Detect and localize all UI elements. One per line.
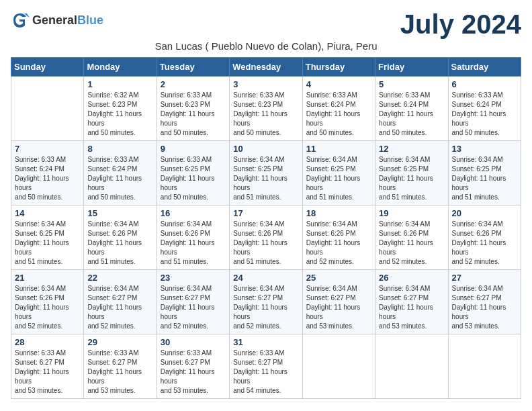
weekday-tuesday: Tuesday: [157, 58, 229, 77]
day-number: 31: [233, 337, 298, 347]
day-number: 9: [161, 144, 226, 154]
day-info: Sunrise: 6:33 AMSunset: 6:24 PMDaylight:…: [306, 91, 371, 138]
day-number: 24: [233, 273, 298, 283]
day-info: Sunrise: 6:34 AMSunset: 6:26 PMDaylight:…: [452, 220, 517, 267]
day-info: Sunrise: 6:34 AMSunset: 6:26 PMDaylight:…: [87, 220, 152, 267]
day-info: Sunrise: 6:33 AMSunset: 6:27 PMDaylight:…: [87, 349, 152, 396]
day-info: Sunrise: 6:34 AMSunset: 6:26 PMDaylight:…: [15, 284, 80, 331]
week-row-2: 7Sunrise: 6:33 AMSunset: 6:24 PMDaylight…: [11, 141, 521, 205]
day-number: 13: [452, 144, 517, 154]
calendar-cell: 29Sunrise: 6:33 AMSunset: 6:27 PMDayligh…: [84, 334, 157, 399]
month-title: July 2024: [400, 11, 521, 38]
week-row-4: 21Sunrise: 6:34 AMSunset: 6:26 PMDayligh…: [11, 270, 521, 334]
day-info: Sunrise: 6:33 AMSunset: 6:24 PMDaylight:…: [452, 91, 517, 138]
day-number: 16: [161, 208, 226, 218]
weekday-saturday: Saturday: [448, 58, 521, 77]
day-number: 27: [452, 273, 517, 283]
logo: GeneralBlue: [11, 11, 103, 30]
day-number: 1: [87, 79, 152, 89]
calendar-cell: 7Sunrise: 6:33 AMSunset: 6:24 PMDaylight…: [11, 141, 84, 205]
calendar-cell: 18Sunrise: 6:34 AMSunset: 6:26 PMDayligh…: [302, 205, 375, 270]
calendar-cell: 9Sunrise: 6:33 AMSunset: 6:25 PMDaylight…: [157, 141, 229, 205]
day-number: 30: [161, 337, 226, 347]
calendar-cell: [302, 334, 375, 399]
day-info: Sunrise: 6:34 AMSunset: 6:27 PMDaylight:…: [452, 284, 517, 331]
logo-icon: [11, 11, 30, 30]
day-number: 12: [379, 144, 444, 154]
weekday-friday: Friday: [375, 58, 448, 77]
day-number: 22: [87, 273, 152, 283]
day-number: 21: [15, 273, 80, 283]
calendar-cell: 24Sunrise: 6:34 AMSunset: 6:27 PMDayligh…: [230, 270, 302, 334]
day-number: 29: [87, 337, 152, 347]
calendar-cell: 12Sunrise: 6:34 AMSunset: 6:25 PMDayligh…: [375, 141, 448, 205]
weekday-monday: Monday: [84, 58, 157, 77]
weekday-thursday: Thursday: [302, 58, 375, 77]
week-row-3: 14Sunrise: 6:34 AMSunset: 6:25 PMDayligh…: [11, 205, 521, 270]
day-info: Sunrise: 6:34 AMSunset: 6:27 PMDaylight:…: [306, 284, 371, 331]
day-info: Sunrise: 6:34 AMSunset: 6:25 PMDaylight:…: [306, 155, 371, 202]
calendar-cell: 21Sunrise: 6:34 AMSunset: 6:26 PMDayligh…: [11, 270, 84, 334]
week-row-5: 28Sunrise: 6:33 AMSunset: 6:27 PMDayligh…: [11, 334, 521, 399]
day-info: Sunrise: 6:34 AMSunset: 6:25 PMDaylight:…: [379, 155, 444, 202]
day-info: Sunrise: 6:34 AMSunset: 6:26 PMDaylight:…: [306, 220, 371, 267]
calendar-cell: 14Sunrise: 6:34 AMSunset: 6:25 PMDayligh…: [11, 205, 84, 270]
weekday-header-row: SundayMondayTuesdayWednesdayThursdayFrid…: [11, 58, 521, 77]
calendar-cell: 6Sunrise: 6:33 AMSunset: 6:24 PMDaylight…: [448, 77, 521, 141]
day-number: 18: [306, 208, 371, 218]
calendar-cell: [375, 334, 448, 399]
day-info: Sunrise: 6:34 AMSunset: 6:26 PMDaylight:…: [161, 220, 226, 267]
day-number: 11: [306, 144, 371, 154]
day-info: Sunrise: 6:33 AMSunset: 6:23 PMDaylight:…: [233, 91, 298, 138]
calendar-cell: 27Sunrise: 6:34 AMSunset: 6:27 PMDayligh…: [448, 270, 521, 334]
day-number: 28: [15, 337, 80, 347]
day-info: Sunrise: 6:33 AMSunset: 6:24 PMDaylight:…: [87, 155, 152, 202]
day-info: Sunrise: 6:34 AMSunset: 6:25 PMDaylight:…: [452, 155, 517, 202]
day-number: 17: [233, 208, 298, 218]
day-info: Sunrise: 6:34 AMSunset: 6:25 PMDaylight:…: [15, 220, 80, 267]
day-info: Sunrise: 6:33 AMSunset: 6:27 PMDaylight:…: [233, 349, 298, 396]
calendar-cell: 22Sunrise: 6:34 AMSunset: 6:27 PMDayligh…: [84, 270, 157, 334]
day-number: 26: [379, 273, 444, 283]
day-number: 4: [306, 79, 371, 89]
day-info: Sunrise: 6:34 AMSunset: 6:27 PMDaylight:…: [87, 284, 152, 331]
day-number: 20: [452, 208, 517, 218]
logo-inner: GeneralBlue: [11, 11, 103, 30]
day-info: Sunrise: 6:34 AMSunset: 6:27 PMDaylight:…: [161, 284, 226, 331]
day-info: Sunrise: 6:33 AMSunset: 6:23 PMDaylight:…: [161, 91, 226, 138]
day-info: Sunrise: 6:34 AMSunset: 6:25 PMDaylight:…: [233, 155, 298, 202]
calendar-cell: 17Sunrise: 6:34 AMSunset: 6:26 PMDayligh…: [230, 205, 302, 270]
calendar-cell: 1Sunrise: 6:32 AMSunset: 6:23 PMDaylight…: [84, 77, 157, 141]
calendar-cell: 28Sunrise: 6:33 AMSunset: 6:27 PMDayligh…: [11, 334, 84, 399]
calendar-cell: 13Sunrise: 6:34 AMSunset: 6:25 PMDayligh…: [448, 141, 521, 205]
weekday-wednesday: Wednesday: [230, 58, 302, 77]
calendar-cell: 26Sunrise: 6:34 AMSunset: 6:27 PMDayligh…: [375, 270, 448, 334]
calendar-cell: 2Sunrise: 6:33 AMSunset: 6:23 PMDaylight…: [157, 77, 229, 141]
logo-blue: Blue: [77, 13, 103, 27]
logo-text: GeneralBlue: [32, 13, 103, 28]
day-number: 8: [87, 144, 152, 154]
day-info: Sunrise: 6:33 AMSunset: 6:24 PMDaylight:…: [15, 155, 80, 202]
calendar-cell: 16Sunrise: 6:34 AMSunset: 6:26 PMDayligh…: [157, 205, 229, 270]
calendar-cell: 31Sunrise: 6:33 AMSunset: 6:27 PMDayligh…: [230, 334, 302, 399]
week-row-1: 1Sunrise: 6:32 AMSunset: 6:23 PMDaylight…: [11, 77, 521, 141]
day-number: 10: [233, 144, 298, 154]
calendar-cell: 20Sunrise: 6:34 AMSunset: 6:26 PMDayligh…: [448, 205, 521, 270]
day-number: 2: [161, 79, 226, 89]
calendar-table: SundayMondayTuesdayWednesdayThursdayFrid…: [11, 57, 521, 399]
day-info: Sunrise: 6:32 AMSunset: 6:23 PMDaylight:…: [87, 91, 152, 138]
calendar-cell: 8Sunrise: 6:33 AMSunset: 6:24 PMDaylight…: [84, 141, 157, 205]
calendar-cell: 30Sunrise: 6:33 AMSunset: 6:27 PMDayligh…: [157, 334, 229, 399]
calendar-cell: 4Sunrise: 6:33 AMSunset: 6:24 PMDaylight…: [302, 77, 375, 141]
calendar-cell: 19Sunrise: 6:34 AMSunset: 6:26 PMDayligh…: [375, 205, 448, 270]
day-info: Sunrise: 6:34 AMSunset: 6:26 PMDaylight:…: [233, 220, 298, 267]
day-number: 19: [379, 208, 444, 218]
day-info: Sunrise: 6:34 AMSunset: 6:26 PMDaylight:…: [379, 220, 444, 267]
calendar-cell: 10Sunrise: 6:34 AMSunset: 6:25 PMDayligh…: [230, 141, 302, 205]
day-info: Sunrise: 6:33 AMSunset: 6:27 PMDaylight:…: [161, 349, 226, 396]
calendar-cell: [448, 334, 521, 399]
calendar-cell: [11, 77, 84, 141]
header: GeneralBlue July 2024: [11, 11, 521, 38]
calendar-cell: 23Sunrise: 6:34 AMSunset: 6:27 PMDayligh…: [157, 270, 229, 334]
subtitle: San Lucas ( Pueblo Nuevo de Colan), Piur…: [11, 40, 521, 52]
